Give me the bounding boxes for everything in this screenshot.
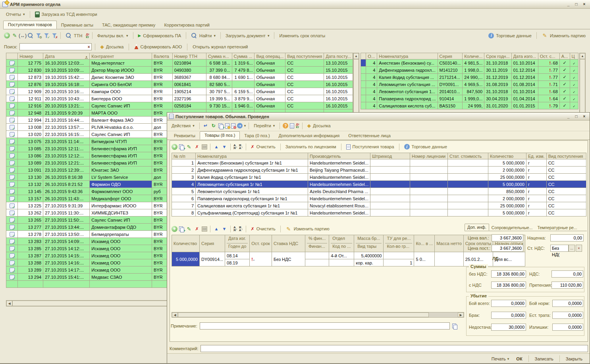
receipt-row[interactable]: 12 91620.10.2015 13:21:...Саулес Сапнис … <box>6 102 353 109</box>
open-claims-button[interactable]: Открыть журнал претензий <box>191 44 250 50</box>
column-header[interactable]: Ц <box>570 53 578 59</box>
loss-field[interactable]: 0,0000 <box>552 300 583 307</box>
edit-pencil-icon[interactable]: ✎ <box>186 144 192 150</box>
loss-field[interactable]: 0,0000 <box>491 312 526 319</box>
column-header[interactable]: Контрагент <box>90 53 152 59</box>
column-header[interactable]: № п/п <box>172 153 196 159</box>
add-icon[interactable]: + <box>172 226 177 232</box>
column-header[interactable]: Вид операц... <box>255 53 285 59</box>
scroll-up-icon[interactable]: ▲ <box>580 53 585 59</box>
filter-settings-icon[interactable]: ⚙ <box>35 33 42 39</box>
dialog-maximize-button[interactable]: □ <box>573 113 580 119</box>
column-header[interactable]: Сумма ... <box>232 53 255 59</box>
add-icon[interactable]: + <box>4 33 10 38</box>
ok-button[interactable]: ОК <box>514 356 524 362</box>
column-header[interactable]: Серия <box>200 235 225 252</box>
column-header[interactable]: А... <box>559 53 570 59</box>
receipt-row[interactable]: 12 83019.10.2015 10:09:...Доктор Мауэр И… <box>6 67 353 74</box>
comment-input[interactable] <box>201 345 588 352</box>
move-up-icon[interactable]: ▲ <box>213 226 220 232</box>
column-header[interactable]: Номенклатура <box>377 53 438 59</box>
stock-row[interactable]: 4Калия йодид субстанция ...2171214...24 … <box>361 74 578 81</box>
dosylka-button[interactable]: ◆ Досылка <box>98 43 126 50</box>
column-header[interactable]: ОтделКод по ... <box>329 235 354 252</box>
batch-change-button[interactable]: ✎ Изменить партию <box>283 225 332 233</box>
move-down-icon[interactable]: ▼ <box>221 144 228 150</box>
form-pa-button[interactable]: ▶ Сформировать ПА <box>136 33 183 39</box>
sort-za-icon[interactable]: ЯА↓ <box>239 144 243 149</box>
add-icon[interactable]: + <box>172 144 177 150</box>
column-header[interactable]: Ставка НДС <box>272 235 305 252</box>
column-header[interactable]: Вид поступления <box>546 153 586 159</box>
minimize-button[interactable]: _ <box>565 1 572 7</box>
dialog-close-button[interactable]: × <box>581 113 588 119</box>
copy-icon[interactable]: + <box>179 144 184 149</box>
move-up-icon[interactable]: ▲ <box>213 144 220 150</box>
vat-rate-field[interactable]: Без НД( <box>550 245 569 252</box>
sort-za-icon[interactable]: ЯА↓ <box>239 226 243 232</box>
tsd-load-button[interactable]: Загрузка из ТСД инвентори <box>33 11 99 18</box>
main-tab[interactable]: ТАС, ожидающие приемку <box>98 21 160 29</box>
column-header[interactable]: Номер лицензии <box>410 153 447 159</box>
vat-clear-button[interactable]: × <box>576 245 582 252</box>
dialog-tab[interactable]: Тара (0 поз.) <box>240 132 274 140</box>
dtkt-icon[interactable]: ДтКт <box>86 33 89 38</box>
column-header[interactable] <box>6 53 18 59</box>
stock-row[interactable]: 4Левомицетин субстанция ...DY0091...4 96… <box>361 81 578 88</box>
goods-row[interactable]: 7Салициловая кислота субстанция 1г №1Nov… <box>172 202 586 209</box>
column-header[interactable]: Серия <box>438 53 463 59</box>
price-cur-field[interactable]: 3 667,3600 <box>492 234 523 241</box>
close-button[interactable]: × <box>581 1 588 7</box>
find-button[interactable]: Найти ▾ <box>189 32 218 40</box>
delete-icon[interactable]: ✗ <box>194 226 200 232</box>
goods-row[interactable]: 1Анестезин (Бензокаин) субстанция 1г №1H… <box>172 159 586 167</box>
goods-row[interactable]: 2Дифенгидрамина гидрохлорид субстанция 1… <box>172 167 586 174</box>
search-settings-icon[interactable] <box>27 33 34 39</box>
post-document-icon[interactable] <box>225 123 229 128</box>
clear-button[interactable]: ✗ Очистить <box>249 144 278 150</box>
column-header[interactable]: Дата изго... <box>511 53 538 59</box>
goods-receipts-button[interactable]: Поступления товара <box>344 144 396 150</box>
column-header[interactable] <box>361 53 366 59</box>
load-document-button[interactable]: Загрузить документ ▾ <box>224 33 271 39</box>
stock-row[interactable]: 4Салициловая кислота суб...BAS15024 999,… <box>361 102 578 109</box>
unpost-document-icon[interactable] <box>231 123 235 128</box>
vat-select-button[interactable]: ... <box>569 245 575 252</box>
scroll-left-icon[interactable]: ◀ <box>6 301 12 306</box>
maximize-button[interactable]: □ <box>573 1 580 7</box>
change-pay-term-button[interactable]: Изменить срок оплаты <box>277 33 327 39</box>
column-header[interactable]: Валюта <box>152 53 173 59</box>
goods-row[interactable]: 8Сульфаниламид (Стрептоцид) субстанция 1… <box>172 209 586 216</box>
note-input[interactable] <box>200 322 450 330</box>
column-header[interactable]: Количество <box>172 235 200 252</box>
column-header[interactable]: Ост. с... <box>538 53 559 59</box>
remember-icon[interactable]: ↵ <box>202 123 209 129</box>
side-tab[interactable]: Доп. инф. <box>465 224 489 231</box>
copy-icon[interactable]: + <box>179 226 184 232</box>
column-header[interactable]: Ед. изм. <box>526 153 546 159</box>
close-dialog-button[interactable]: Закрыть <box>563 356 585 362</box>
receipt-row[interactable]: 12 87619.10.2015 16:18:...Сиринга ОО Бел… <box>6 81 353 88</box>
column-header[interactable]: ТУ для ре...Кол-во гр... <box>384 235 414 252</box>
column-header[interactable]: О... <box>366 53 377 59</box>
reports-menu[interactable]: Отчеты ▾ <box>4 11 27 17</box>
loss-field[interactable]: 30,0000 <box>491 324 526 331</box>
filter-clear-icon[interactable]: ✗ <box>51 33 58 39</box>
dialog-minimize-button[interactable]: _ <box>565 113 572 119</box>
loss-field[interactable]: 0,0000 <box>491 300 526 307</box>
column-header[interactable]: Производитель <box>308 153 370 159</box>
dialog-tab[interactable]: Реквизиты <box>170 132 200 140</box>
markup-field[interactable]: 0,00 <box>550 234 584 241</box>
dialog-trade-data-button[interactable]: i Торговые данные <box>402 143 449 150</box>
trade-data-button[interactable]: i Торговые данные <box>486 32 534 39</box>
column-header[interactable]: Номер <box>18 53 43 59</box>
column-header[interactable]: Дата▲ <box>43 53 90 59</box>
receipt-row[interactable]: 12 90920.10.2015 10:16:...Кампари ОООBYR… <box>6 88 353 95</box>
claim-field[interactable]: 110 020,80 <box>551 282 583 289</box>
price-post-field[interactable]: 3 667,3600 <box>492 245 523 252</box>
column-header[interactable]: Номенклатура <box>196 153 308 159</box>
scroll-up-icon[interactable]: ▲ <box>353 53 359 59</box>
scroll-left-icon[interactable]: ◀ <box>172 312 178 317</box>
goods-row[interactable]: 6Папаверина гидрохлорид субстанция 1г №1… <box>172 195 586 202</box>
search-input[interactable]: × <box>19 43 92 50</box>
